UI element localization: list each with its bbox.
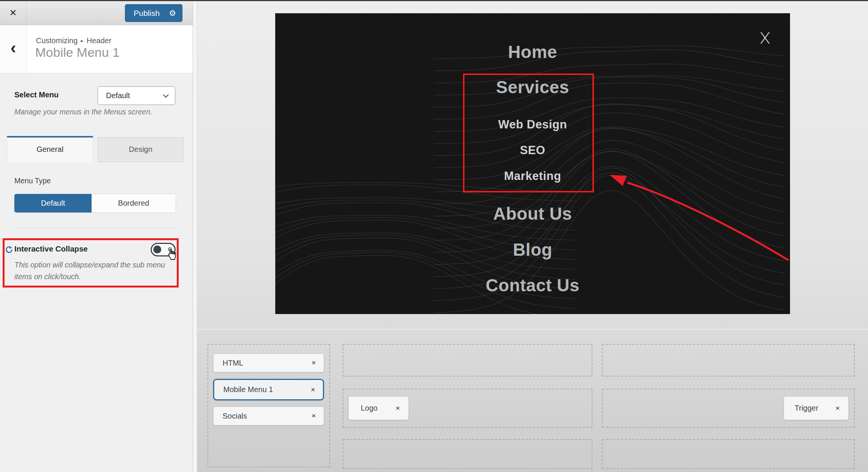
publish-label: Publish: [134, 9, 160, 18]
publish-button[interactable]: Publish ⚙: [125, 4, 182, 22]
services-annotation-box: [463, 73, 594, 192]
menu-item-about-us[interactable]: About Us: [275, 203, 790, 224]
builder-drop-zone[interactable]: [343, 439, 592, 469]
builder-item-label: Trigger: [795, 404, 818, 413]
chevron-down-icon: [163, 94, 169, 98]
close-icon: ✕: [9, 8, 17, 18]
builder-item-html[interactable]: HTML ✕: [213, 353, 324, 372]
gear-icon: ⚙: [169, 9, 176, 17]
builder-drop-zone[interactable]: [343, 344, 592, 377]
builder-item-logo[interactable]: Logo ✕: [348, 396, 409, 420]
select-menu-label: Select Menu: [14, 91, 59, 99]
customizer-topbar: ✕ Publish ⚙: [0, 1, 193, 25]
preview-area: Home Services Web Design SEO Marketing A…: [197, 0, 868, 472]
menu-item-home[interactable]: Home: [275, 42, 790, 62]
builder-item-label: Logo: [361, 404, 378, 413]
remove-icon[interactable]: ✕: [310, 386, 315, 393]
builder-item-mobile-menu-1[interactable]: Mobile Menu 1 ✕: [213, 379, 324, 400]
page-title: Mobile Menu 1: [35, 45, 120, 60]
menu-type-control: Default Bordered: [14, 194, 176, 213]
builder-item-socials[interactable]: Socials ✕: [213, 406, 324, 425]
page-seam-line: [197, 329, 868, 330]
remove-icon[interactable]: ✕: [395, 405, 400, 412]
menu-item-blog[interactable]: Blog: [275, 239, 790, 260]
builder-drop-zone[interactable]: Trigger ✕: [602, 389, 855, 428]
back-button[interactable]: ‹: [0, 25, 27, 73]
breadcrumb: Customizing ▸ Header: [36, 36, 111, 45]
builder-drop-zone[interactable]: Logo ✕: [343, 389, 592, 428]
select-menu-dropdown[interactable]: Default: [98, 86, 175, 105]
builder-item-trigger[interactable]: Trigger ✕: [784, 396, 849, 420]
builder-drop-zone[interactable]: [602, 439, 855, 469]
close-customizer-button[interactable]: ✕: [0, 1, 26, 25]
sidebar-collapse-strip[interactable]: [193, 0, 197, 472]
annotation-highlight-box: [3, 238, 179, 288]
divider: [14, 228, 176, 228]
customizer-screen: ✕ Publish ⚙ ‹ Customizing ▸ Header Mobil…: [0, 0, 868, 472]
cursor-hand-icon: [165, 248, 178, 263]
menu-item-contact-us[interactable]: Contact Us: [275, 275, 790, 295]
builder-column-left[interactable]: HTML ✕ Mobile Menu 1 ✕ Socials ✕: [207, 344, 330, 467]
menu-type-label: Menu Type: [14, 177, 51, 185]
builder-drop-zone[interactable]: [602, 344, 855, 377]
tab-design[interactable]: Design: [98, 137, 184, 162]
breadcrumb-trail: Customizing: [36, 36, 78, 45]
select-menu-note: Manage your menus in the Menus screen.: [14, 108, 181, 116]
breadcrumb-section: Header: [87, 36, 112, 45]
breadcrumb-separator-icon: ▸: [80, 38, 85, 44]
tab-general[interactable]: General: [7, 136, 93, 163]
window-top-edge: [0, 0, 868, 1]
menu-type-bordered-button[interactable]: Bordered: [92, 194, 176, 213]
remove-icon[interactable]: ✕: [311, 413, 316, 419]
remove-icon[interactable]: ✕: [835, 405, 840, 412]
menu-type-default-button[interactable]: Default: [14, 194, 92, 213]
mobile-menu-overlay-preview: Home Services Web Design SEO Marketing A…: [275, 13, 790, 314]
customizer-sidebar: ✕ Publish ⚙ ‹ Customizing ▸ Header Mobil…: [0, 0, 193, 472]
select-menu-value: Default: [106, 91, 130, 100]
close-icon: [759, 31, 771, 45]
builder-item-label: Mobile Menu 1: [223, 385, 273, 394]
builder-item-label: HTML: [223, 359, 243, 367]
menu-close-button[interactable]: [754, 28, 776, 49]
chevron-left-icon: ‹: [11, 38, 16, 57]
builder-item-label: Socials: [223, 412, 247, 420]
remove-icon[interactable]: ✕: [311, 359, 316, 366]
section-header-panel: ‹ Customizing ▸ Header Mobile Menu 1: [0, 25, 193, 73]
